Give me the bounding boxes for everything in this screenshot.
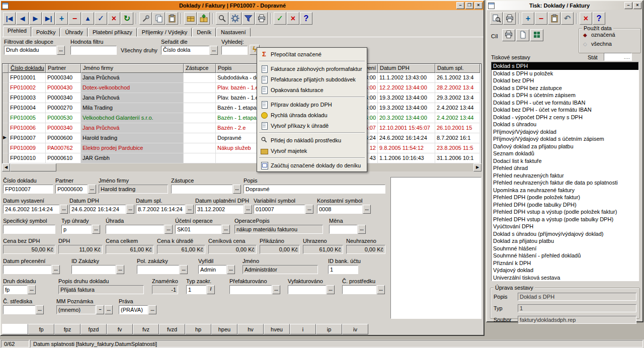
report-item[interactable]: Doklad bez DPH [492,77,638,84]
field-value-zástupce[interactable] [171,185,232,194]
refresh-button[interactable]: ↻ [121,12,133,25]
filter-column-ellipsis-button[interactable]: ... [57,46,65,55]
col-header-cislo-dokladu[interactable]: Číslo dokladu [9,64,46,73]
report-item[interactable]: Přehled DPH (podle tabulky DPH) [492,201,638,209]
menu-item-přidej-do-nákladů-prostředku[interactable]: Přidej do nákladů prostředku [258,135,366,145]
nav-last-button[interactable]: ▶| [42,12,55,25]
menu-item-fakturace-zálohových-proformafaktur[interactable]: Fakturace zálohových proformafaktur [258,63,366,74]
report-item[interactable]: Doklad s DPH - učet ve formátu IBAN [492,99,638,107]
table-row[interactable]: FP010005P0000530Velkoobchod Galanterií s… [3,113,481,123]
field-value-variabilní-symbol[interactable]: 010007 [254,205,305,214]
report-item[interactable]: Příjmový/Výdajový doklad [492,128,638,136]
preview-button[interactable] [490,12,503,25]
print-button[interactable] [255,12,268,25]
field-value-pol-zakázky[interactable] [137,265,179,274]
report-item[interactable]: Doklad za přijatou platbu [492,237,638,245]
report-item[interactable]: Doklad bez DPH - účet ve formátu IBAN [492,106,638,114]
report-item[interactable]: Doklad s úhradou [492,121,638,128]
pin-button[interactable] [139,12,152,25]
ellipsis-button[interactable]: / [207,285,215,294]
type-tab-fv[interactable]: fv [107,324,133,334]
filter-value-input[interactable] [70,46,117,55]
menu-item-přefakturace-přijatých-subdodávek[interactable]: Přefakturace přijatých subdodávek [258,74,366,84]
post-record-button[interactable]: ✓ [95,12,107,25]
output-printer-button[interactable] [502,29,515,41]
tab-příjemky-výdejky[interactable]: Příjemky / Výdejky [137,28,192,37]
print-button[interactable] [503,12,516,25]
field-value-dph[interactable]: 11,00 Kč [58,245,103,254]
report-item[interactable]: Přehled úhrad [492,164,638,172]
ellipsis-button[interactable]: ... [165,225,173,234]
field-value-datum-vystavení[interactable]: 24.6.2002 16:14:24 [3,205,59,214]
ellipsis-button[interactable]: – [96,305,104,314]
field-value-jméno-firmy[interactable]: Harold trading [99,185,168,194]
nav-next-button[interactable]: ▶ [29,12,42,25]
type-tab-ip[interactable]: ip [316,324,342,334]
type-tab-fp[interactable]: fp [28,324,54,334]
ellipsis-button[interactable]: ... [105,305,113,314]
copy-button[interactable] [152,12,165,25]
storno-button[interactable]: × [287,12,299,25]
report-item[interactable]: Daňový doklad za přijatou platbu [492,143,638,150]
ellipsis-button[interactable]: ... [222,225,230,234]
nav-prev-button[interactable]: ◀ [16,12,29,25]
field-value-datum-přecenění[interactable] [3,265,51,274]
output-excel-button[interactable] [530,29,543,41]
col-header-datum-spl[interactable]: Datum spl. [435,64,480,73]
ellipsis-button[interactable]: ... [28,285,36,294]
report-item[interactable]: Doklad s DPH [492,62,638,70]
report-item[interactable]: Výdajový doklad [492,267,638,274]
field-value-úhrada[interactable] [106,225,164,234]
field-value-měna[interactable] [329,225,357,234]
field-value-přikázáno[interactable]: 0,00 Kč [260,245,300,254]
add-report-button[interactable]: + [522,12,534,25]
report-item[interactable]: Vyúčtování DPH [492,223,638,230]
ellipsis-button[interactable]: ... [327,285,335,294]
report-item[interactable]: Doklad s úhradou (příjmový/výdajový dokl… [492,230,638,238]
search-button[interactable] [216,12,228,25]
minimize-button[interactable]: – [456,2,464,9]
table-row[interactable]: FP010002P0000430Dotex-velkoobchodPlav. b… [3,83,481,93]
report-item[interactable]: Seznam dokladů [492,150,638,157]
ellipsis-button[interactable]: ... [60,205,68,214]
state-input[interactable]: .... [604,53,632,61]
table-row[interactable]: FP010004P0000270Mila TradingBazén - 1.et… [3,103,481,113]
field-value-popis-druhu-dokladu[interactable]: Přijatá faktura [58,285,144,294]
col-header-zastupce[interactable]: Zástupce [184,64,216,73]
tab-úhrady[interactable]: Úhrady [60,28,87,37]
report-item[interactable]: Doklad s DPH bez zástupce [492,84,638,92]
field-value-popis[interactable]: Dopravné [244,185,385,194]
sort-ellipsis-button[interactable]: ... [210,46,218,55]
paste-button[interactable] [166,12,178,25]
report-item[interactable]: Doklad - výpočet DPH z ceny s DPH [492,114,638,121]
report-item[interactable]: Upomínka za neuhrazené faktury [492,187,638,194]
help-print-button[interactable]: ? [593,12,605,25]
notes-panel[interactable] [390,177,481,319]
table-row[interactable]: FP010001P0000340Jana PrůchováSubdodávka … [3,73,481,83]
sort-select[interactable]: Číslo dokla [161,46,209,55]
col-header-jmeno-firmy[interactable]: Jméno firmy [81,64,184,73]
close-print-button[interactable]: × [580,12,592,25]
field-value-partner[interactable]: P0000600 [55,185,88,194]
field-value-mm-poznámka[interactable]: (mnemo) [56,305,96,314]
ellipsis-button[interactable]: ... [88,185,96,194]
ellipsis-button[interactable]: ... [363,205,371,214]
col-header-partner[interactable]: Partner [46,64,81,73]
table-row[interactable]: FP010003P0000340Jana PrůchováPlav. bazén… [3,93,481,103]
type-tab-hveu[interactable]: hveu [264,324,290,334]
field-value-práva[interactable]: (PRÁVA) [119,305,148,314]
scroll-left-arrow-icon[interactable]: ◀ [2,163,10,171]
field-value-znaménko[interactable]: -1 [152,285,178,294]
menu-item-opakovaná-fakturace[interactable]: Opakovaná fakturace [258,84,366,95]
field-value-operacepopis[interactable]: nákup materiálu fakturou [234,225,323,234]
type-tab-hpeu[interactable]: hpeu [211,324,237,334]
type-tab-fvzd[interactable]: fvzd [159,324,185,334]
nav-first-button[interactable]: |◀ [3,12,16,25]
restore-button[interactable]: ❐ [465,2,473,9]
ellipsis-button[interactable]: ... [244,205,252,214]
remove-report-button[interactable]: − [535,12,547,25]
ellipsis-button[interactable]: ... [126,205,134,214]
field-value-uhrazeno[interactable]: 61,00 Kč [303,245,343,254]
field-value-konstantní-symbol[interactable]: 0008 [317,205,362,214]
ellipsis-button[interactable]: ... [116,265,124,274]
